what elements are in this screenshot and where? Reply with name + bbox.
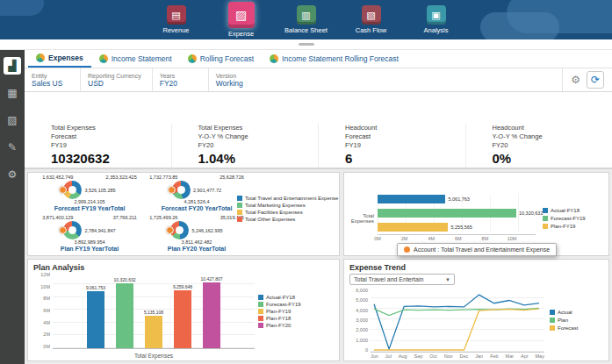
tooltip-text: Account : Total Travel and Entertainment… [414, 246, 550, 253]
axis-tick: 4M [428, 236, 435, 241]
nav-item-analysis[interactable]: ▣ Analysis [411, 5, 462, 34]
expense-trend-title: Expense Trend [349, 263, 605, 272]
bar-Actual-FY18[interactable] [87, 291, 104, 348]
bar-value-label: 5,135,108 [144, 310, 163, 315]
line-Actual[interactable] [374, 295, 539, 349]
legend-swatch [237, 217, 242, 222]
axis-tick: 6M [455, 236, 462, 241]
trend-legend: ActualPlanForecast [544, 288, 605, 353]
nav-item-cash-flow[interactable]: ▧ Cash Flow [346, 5, 397, 34]
legend-swatch [543, 224, 548, 229]
axis-tick: 0M [43, 344, 50, 349]
tab-income-statement-rolling-forecast[interactable]: Income Statement Rolling Forecast [262, 50, 407, 68]
gear-icon[interactable]: ⚙ [571, 74, 580, 86]
legend-swatch [543, 216, 548, 221]
kpi-strip: Total Expenses Forecast FY19 10320632 To… [25, 92, 612, 169]
axis-tick: Jul [385, 353, 392, 359]
nav-item-expense[interactable]: ▨ Expense [216, 2, 267, 38]
legend-item: Forecast-FY19 [543, 216, 607, 221]
trend-y-axis: 6,0005,0004,0003,0002,0001,0000 [349, 288, 371, 353]
bar-Plan-FY19[interactable] [378, 223, 448, 232]
plan-bar-group: 10,427,807 [203, 276, 220, 348]
legend-item: Total Other Expenses [237, 217, 338, 222]
axis-tick: 8M [482, 236, 489, 241]
hbar-row: 10,320,632 [378, 209, 536, 218]
bar-value-label: 10,427,807 [200, 276, 222, 282]
tab-income-statement[interactable]: Income Statement [91, 50, 180, 68]
legend-swatch [258, 309, 263, 314]
main-content: Expenses Income Statement Rolling Foreca… [25, 50, 612, 364]
tab-label: Rolling Forecast [200, 54, 254, 63]
sidebar-item-grid-forms[interactable]: ▦ [4, 84, 21, 102]
legend-item: Plan-FY18 [258, 316, 337, 321]
legend-swatch [237, 210, 242, 215]
tab-icon [270, 54, 278, 63]
legend-item: Total Marketing Expenses [237, 203, 338, 208]
expense-breakdown-donut-panel: 1,632,452.7492,353,323.425 3,526,105.285… [27, 172, 340, 256]
pov-label: Version [216, 73, 255, 79]
pov-value[interactable]: Working [216, 79, 255, 88]
pov-years[interactable]: Years FY20 [153, 68, 209, 91]
bar-value-label: 10,320,632 [113, 277, 135, 282]
legend-swatch [258, 323, 263, 328]
nav-item-balance-sheet[interactable]: ▥ Balance Sheet [281, 5, 332, 34]
legend-swatch [258, 295, 263, 300]
legend-swatch [550, 318, 555, 323]
pov-reporting-currency[interactable]: Reporting Currency USD [81, 68, 153, 91]
legend-item: Forecast [550, 325, 605, 331]
tab-label: Expenses [48, 54, 83, 62]
donut-forecast-fy19: 1,632,452.7492,353,323.425 3,526,105.285… [40, 175, 139, 215]
axis-tick: Sep [414, 353, 423, 359]
pencil-icon: ✎ [8, 141, 17, 153]
line-Forecast[interactable] [374, 309, 539, 350]
axis-tick: 10M [508, 236, 517, 241]
collapse-handle[interactable] [299, 43, 314, 46]
axis-tick: Mar [506, 353, 514, 359]
donut-title: Plan FY20 YearTotal [168, 246, 226, 252]
hbar-row: 5,061,763 [378, 195, 536, 203]
chevron-down-icon: ▼ [445, 277, 450, 282]
donut-ring[interactable] [63, 221, 82, 239]
bar-Forecast-FY19[interactable] [116, 283, 133, 348]
bar-Plan-FY19[interactable] [145, 316, 162, 348]
plan-bar-group: 9,061,753 [87, 285, 104, 348]
tab-label: Income Statement Rolling Forecast [282, 54, 399, 63]
donut-ring[interactable] [172, 181, 191, 199]
refresh-button[interactable]: ⟳ [587, 71, 604, 89]
bar-Forecast-FY19[interactable] [378, 209, 516, 218]
sidebar-item-dashboard[interactable]: ▟ [4, 57, 21, 75]
pov-entity[interactable]: Entity Sales US [25, 68, 81, 91]
tab-rolling-forecast[interactable]: Rolling Forecast [180, 50, 262, 68]
trend-line-plot[interactable] [371, 288, 544, 353]
pov-label: Years [160, 73, 198, 79]
nav-item-revenue[interactable]: ▤ Revenue [151, 5, 202, 34]
pov-value[interactable]: FY20 [160, 79, 198, 88]
legend-item: Forecast-FY19 [258, 302, 337, 307]
sidebar-item-reports[interactable]: ▨ [4, 111, 21, 129]
account-selector-dropdown[interactable]: Total Travel and Entertain ▼ [349, 274, 455, 285]
plan-analysis-title: Plan Analysis [33, 263, 337, 272]
expense-type-legend: Total Travel and Entertainment ExpenseTo… [237, 196, 338, 222]
bar-Plan-FY18[interactable] [174, 290, 191, 348]
donut-ring[interactable] [63, 181, 82, 199]
plan-y-axis: 12M10M8M6M4M2M0M [33, 272, 53, 349]
legend-swatch [258, 302, 263, 307]
axis-tick: 6,000 [356, 288, 368, 293]
donut-ring[interactable] [170, 221, 189, 239]
pov-value[interactable]: USD [88, 79, 141, 88]
kpi-value: 0% [493, 151, 612, 166]
pov-value[interactable]: Sales US [32, 79, 69, 88]
bar-Plan-FY20[interactable] [203, 282, 220, 348]
axis-tick: 10M [40, 284, 50, 289]
marker-badge-icon [59, 186, 67, 194]
tab-expenses[interactable]: Expenses [28, 50, 91, 68]
bar-Actual-FY18[interactable] [378, 195, 445, 203]
hbar-x-axis: 0M2M4M6M8M10M [378, 234, 536, 242]
sidebar-item-tools[interactable]: ⚙ [4, 166, 21, 183]
tab-label: Income Statement [112, 54, 172, 63]
pov-version[interactable]: Version Working [209, 68, 265, 91]
sidebar-item-edit[interactable]: ✎ [4, 139, 21, 156]
axis-tick: 3,000 [356, 318, 368, 323]
axis-tick: Jun [371, 353, 378, 359]
legend-swatch [237, 203, 242, 208]
